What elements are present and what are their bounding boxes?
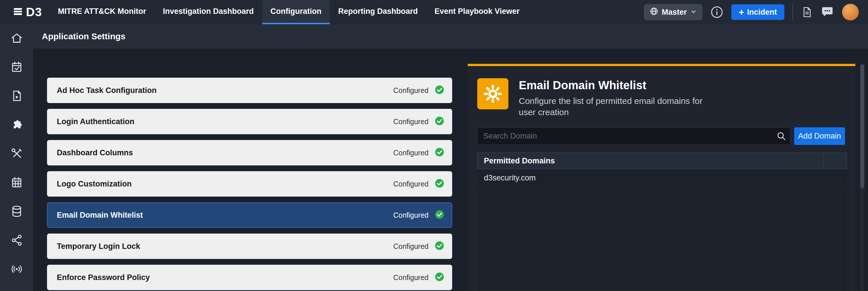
configured-check-icon [435, 241, 444, 252]
document-report-button[interactable] [801, 6, 813, 18]
setting-label: Dashboard Columns [57, 148, 393, 157]
schedule-calendar-icon [10, 176, 23, 190]
incident-button-label: Incident [747, 8, 777, 17]
site-selector-label: Master [662, 8, 687, 17]
globe-icon [650, 7, 658, 18]
playbook-document-icon [10, 89, 23, 104]
sidebar-item-utilities[interactable] [0, 140, 33, 169]
setting-label: Logo Customization [57, 180, 393, 188]
nav-investigation-dashboard[interactable]: Investigation Dashboard [155, 0, 262, 24]
setting-card-enforce-password-policy[interactable]: Enforce Password Policy Configured [47, 265, 452, 290]
main-nav: MITRE ATT&CK Monitor Investigation Dashb… [50, 0, 528, 24]
setting-label: Temporary Login Lock [57, 242, 393, 251]
configured-check-icon [435, 272, 444, 283]
nav-label: Event Playbook Viewer [435, 7, 520, 16]
chevron-down-icon [690, 8, 697, 17]
nav-label: Investigation Dashboard [163, 7, 254, 16]
nav-event-playbook-viewer[interactable]: Event Playbook Viewer [426, 0, 528, 24]
app-logo[interactable]: D3 [13, 0, 42, 24]
setting-label: Ad Hoc Task Configuration [57, 86, 393, 95]
search-icon[interactable] [776, 131, 786, 142]
configured-check-icon [435, 210, 444, 220]
detail-header-text: Email Domain Whitelist Configure the lis… [519, 78, 721, 118]
status-text: Configured [393, 242, 429, 251]
logo-bars-icon [13, 7, 23, 18]
panel-scrollbar-track [860, 64, 864, 291]
settings-list: Ad Hoc Task Configuration Configured Log… [47, 78, 452, 291]
domain-cell: d3security.com [484, 174, 536, 182]
panel-scrollbar-thumb[interactable] [860, 64, 864, 188]
sidebar-item-link-analysis[interactable] [0, 226, 33, 255]
topbar-right-cluster: Master + Incident [644, 0, 859, 24]
page-header-bar: Application Settings [33, 24, 868, 49]
status-text: Configured [393, 273, 429, 282]
configured-check-icon [435, 116, 444, 127]
sidebar [0, 24, 33, 291]
table-header-row: Permitted Domains [477, 152, 847, 169]
sidebar-item-schedule[interactable] [0, 169, 33, 198]
setting-card-temporary-login-lock[interactable]: Temporary Login Lock Configured [47, 234, 452, 259]
status-text: Configured [393, 211, 429, 220]
chat-button[interactable] [821, 5, 834, 19]
topbar-divider [793, 4, 793, 20]
puzzle-icon [10, 118, 23, 133]
configured-check-icon [435, 179, 444, 189]
nav-label: MITRE ATT&CK Monitor [58, 7, 146, 16]
info-button[interactable] [711, 6, 723, 19]
setting-card-email-domain-whitelist[interactable]: Email Domain Whitelist Configured [47, 202, 452, 228]
avatar-image [842, 4, 859, 21]
search-domain-input[interactable] [477, 127, 791, 145]
status-text: Configured [393, 117, 429, 126]
detail-header: Email Domain Whitelist Configure the lis… [477, 78, 846, 118]
setting-card-login-authentication[interactable]: Login Authentication Configured [47, 109, 452, 134]
calendar-event-icon [10, 60, 23, 75]
page-title: Application Settings [42, 31, 125, 41]
setting-card-ad-hoc-task-configuration[interactable]: Ad Hoc Task Configuration Configured [47, 78, 452, 103]
domain-row[interactable]: d3security.com [477, 169, 847, 187]
plus-icon: + [739, 7, 744, 17]
configured-check-icon [435, 147, 444, 158]
status-text: Configured [393, 86, 429, 95]
tools-icon [10, 147, 23, 162]
nav-label: Reporting Dashboard [338, 7, 418, 16]
status-text: Configured [393, 149, 429, 157]
content-area: Ad Hoc Task Configuration Configured Log… [33, 49, 868, 291]
add-incident-button[interactable]: + Incident [731, 4, 784, 20]
detail-toolbar: Add Domain [477, 127, 847, 145]
sidebar-item-integrations[interactable] [0, 111, 33, 140]
settings-gear-badge [477, 78, 508, 109]
sidebar-item-broadcast[interactable] [0, 255, 33, 284]
logo-text: D3 [26, 5, 42, 19]
site-selector-dropdown[interactable]: Master [644, 4, 703, 20]
share-nodes-icon [10, 234, 23, 248]
setting-label: Email Domain Whitelist [57, 211, 393, 220]
user-avatar[interactable] [842, 4, 859, 21]
nav-label: Configuration [271, 7, 321, 16]
column-header-actions [824, 153, 847, 169]
permitted-domains-table: Permitted Domains d3security.com [477, 152, 847, 291]
status-text: Configured [393, 180, 429, 188]
configured-check-icon [435, 85, 444, 95]
broadcast-icon [10, 262, 23, 277]
table-body: d3security.com [477, 169, 847, 291]
nav-mitre-attack-monitor[interactable]: MITRE ATT&CK Monitor [50, 0, 155, 24]
setting-label: Login Authentication [57, 117, 393, 126]
add-domain-button[interactable]: Add Domain [794, 127, 845, 145]
search-box [477, 127, 791, 145]
sidebar-item-playbook-document[interactable] [0, 82, 33, 111]
email-domain-whitelist-panel: Email Domain Whitelist Configure the lis… [468, 64, 855, 291]
column-header-permitted-domains: Permitted Domains [477, 153, 824, 169]
setting-label: Enforce Password Policy [57, 273, 393, 282]
nav-reporting-dashboard[interactable]: Reporting Dashboard [330, 0, 426, 24]
sidebar-item-data-management[interactable] [0, 198, 33, 226]
topbar: D3 MITRE ATT&CK Monitor Investigation Da… [0, 0, 868, 24]
setting-card-logo-customization[interactable]: Logo Customization Configured [47, 171, 452, 197]
sidebar-item-calendar-event[interactable] [0, 53, 33, 82]
sidebar-item-home[interactable] [0, 24, 33, 53]
setting-card-dashboard-columns[interactable]: Dashboard Columns Configured [47, 140, 452, 166]
gear-icon [483, 84, 502, 104]
detail-subtitle: Configure the list of permitted email do… [519, 95, 721, 118]
home-icon [10, 31, 23, 46]
nav-configuration[interactable]: Configuration [262, 0, 330, 24]
detail-title: Email Domain Whitelist [519, 79, 721, 92]
